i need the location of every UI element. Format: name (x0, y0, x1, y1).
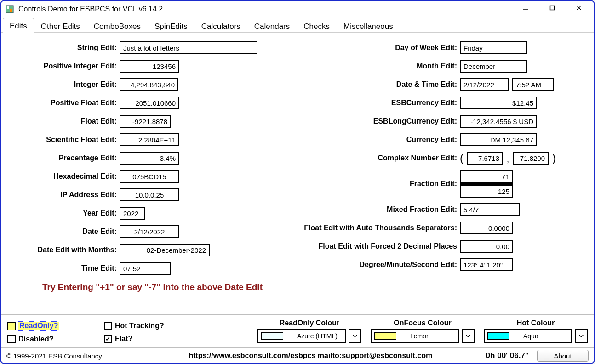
integer-edit[interactable]: 4,294,843,840 (120, 78, 178, 91)
tab-other-edits[interactable]: Other Edits (34, 18, 87, 33)
currency-edit[interactable]: DM 12,345.67 (460, 133, 537, 146)
flat-checkbox[interactable]: ✓ (104, 335, 112, 343)
hottracking-checkbox[interactable] (104, 322, 112, 330)
readonly-colour-dropdown[interactable] (349, 329, 361, 343)
label-month: Month Edit: (285, 62, 460, 70)
scientific-float-edit[interactable]: 2.2804E+11 (120, 133, 179, 146)
label-dow: Day of Week Edit: (285, 44, 460, 52)
label-hex: Hexadecimal Edit: (10, 172, 120, 181)
label-esbcurrency: ESBCurrency Edit: (285, 99, 460, 107)
float-edit[interactable]: -9221.8878 (120, 115, 171, 128)
label-pos-int: Positive Integer Edit: (10, 62, 120, 70)
tab-bar: Edits Other Edits ComboBoxes SpinEdits C… (1, 17, 594, 33)
about-button[interactable]: About (537, 350, 589, 362)
comma: , (507, 155, 509, 165)
onfocus-colour-value: Lemon (410, 332, 430, 340)
label-float: Float Edit: (10, 117, 120, 125)
tab-calculators[interactable]: Calculators (195, 18, 247, 33)
hex-edit[interactable]: 075BCD15 (120, 170, 179, 183)
close-paren: ) (552, 152, 556, 165)
svg-line-5 (577, 6, 581, 10)
label-complex: Complex Number Edit: (285, 154, 460, 162)
tab-checks[interactable]: Checks (297, 18, 337, 33)
esbcurrency-edit[interactable]: $12.45 (460, 97, 537, 109)
onfocus-colour-dropdown[interactable] (462, 329, 475, 343)
hot-colour-value: Aqua (523, 332, 538, 340)
month-edit[interactable]: December (460, 60, 527, 73)
label-dms: Degree/Minute/Second Edit: (285, 261, 460, 269)
tab-calendars[interactable]: Calendars (247, 18, 297, 33)
readonly-colour-caption: ReadOnly Colour (280, 319, 340, 327)
label-mixed-fraction: Mixed Fraction Edit: (285, 205, 460, 214)
label-esblongcurrency: ESBLongCurrency Edit: (285, 117, 460, 125)
flat-label: Flat? (115, 335, 132, 343)
tab-spinedits[interactable]: SpinEdits (148, 18, 195, 33)
close-button[interactable] (566, 1, 592, 15)
complex-real-edit[interactable]: 7.6713 (467, 152, 503, 165)
hot-colour-swatch (487, 332, 509, 340)
string-edit[interactable]: Just a lot of letters (120, 41, 257, 54)
float-thousands-edit[interactable]: 0.0000 (460, 222, 513, 234)
open-paren: ( (460, 152, 463, 165)
disabled-label: Disabled? (18, 335, 53, 343)
readonly-colour-value: Azure (HTML) (297, 332, 338, 340)
copyright: © 1999-2021 ESB Consultancy (6, 352, 135, 360)
maximize-button[interactable] (539, 1, 566, 15)
label-int: Integer Edit: (10, 80, 120, 89)
hottracking-label: Hot Tracking? (115, 322, 164, 330)
label-pos-float: Positive Float Edit: (10, 99, 120, 107)
onfocus-colour-combo[interactable]: Lemon (371, 329, 475, 343)
float-2dp-edit[interactable]: 0.00 (460, 240, 513, 253)
label-float-thousands: Float Edit with Auto Thousands Separator… (285, 224, 460, 232)
tab-edits[interactable]: Edits (3, 18, 34, 33)
onfocus-colour-swatch (374, 332, 396, 340)
complex-imag-edit[interactable]: -71.8200 (513, 152, 549, 165)
svg-rect-2 (10, 9, 12, 12)
year-edit[interactable]: 2022 (120, 207, 145, 220)
label-date: Date Edit: (10, 228, 120, 236)
label-time: Time Edit: (10, 264, 120, 273)
hot-colour-combo[interactable]: Aqua (484, 329, 588, 343)
elapsed-timer: 0h 00' 06.7" (486, 351, 529, 360)
positive-float-edit[interactable]: 2051.010660 (120, 97, 179, 109)
footer-links[interactable]: https://www.esbconsult.com/esbpcs mailto… (135, 352, 486, 360)
percentage-edit[interactable]: 3.4% (120, 152, 179, 165)
fraction-denominator-edit[interactable]: 125 (460, 185, 513, 198)
readonly-colour-combo[interactable]: Azure (HTML) (257, 329, 361, 343)
time-edit[interactable]: 07:52 (120, 262, 171, 275)
dms-edit[interactable]: 123° 4' 1.20" (460, 258, 513, 271)
datetime-time-edit[interactable]: 7:52 AM (512, 78, 554, 91)
disabled-checkbox[interactable] (7, 335, 16, 343)
fraction-numerator-edit[interactable]: 71 (460, 170, 513, 183)
label-float-2dp: Float Edit with Forced 2 Decimal Places (285, 242, 460, 250)
label-currency: Currency Edit: (285, 136, 460, 144)
datetime-date-edit[interactable]: 2/12/2022 (460, 78, 509, 91)
label-year: Year Edit: (10, 209, 120, 217)
label-sci: Scientific Float Edit: (10, 136, 120, 144)
mixed-fraction-edit[interactable]: 5 4/7 (460, 203, 520, 216)
svg-line-6 (577, 6, 581, 10)
label-datetime: Date & Time Edit: (285, 80, 460, 89)
tab-comboboxes[interactable]: ComboBoxes (87, 18, 148, 33)
hot-colour-caption: Hot Colour (517, 319, 555, 327)
window-controls (512, 1, 592, 17)
hint-text: Try Entering "+1" or say "-7" into the a… (42, 282, 585, 292)
esblongcurrency-edit[interactable]: -12,342.4556 $ USD (460, 115, 537, 128)
onfocus-colour-caption: OnFocus Colour (394, 319, 451, 327)
date-months-edit[interactable]: 02-December-2022 (120, 244, 210, 256)
label-string-edit: String Edit: (10, 44, 120, 52)
ip-edit[interactable]: 10.0.0.25 (120, 188, 179, 201)
hot-colour-dropdown[interactable] (575, 329, 588, 343)
status-bar: © 1999-2021 ESB Consultancy https://www.… (1, 347, 594, 363)
readonly-checkbox[interactable] (7, 322, 16, 330)
day-of-week-edit[interactable]: Friday (460, 41, 527, 54)
svg-rect-1 (7, 6, 9, 9)
label-date-months: Date Edit with Months: (10, 246, 120, 254)
positive-integer-edit[interactable]: 123456 (120, 60, 179, 73)
minimize-button[interactable] (512, 1, 539, 15)
titlebar: Controls Demo for ESBPCS for VCL v6.14.2 (1, 1, 594, 17)
date-edit[interactable]: 2/12/2022 (120, 225, 179, 238)
window-title: Controls Demo for ESBPCS for VCL v6.14.2 (18, 5, 512, 13)
label-pct: Precentage Edit: (10, 154, 120, 162)
tab-miscellaneous[interactable]: Miscellaneous (337, 18, 400, 33)
